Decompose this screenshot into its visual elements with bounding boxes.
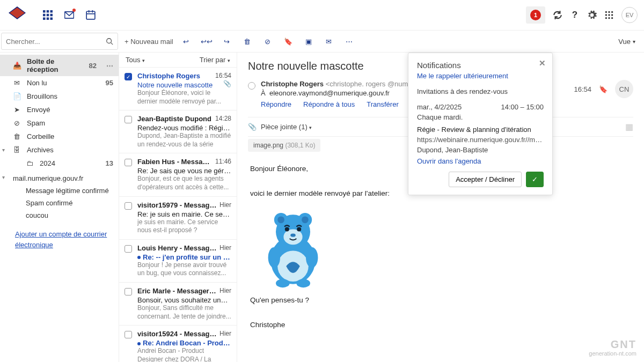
mail-icon[interactable] [64, 10, 74, 20]
svg-rect-10 [86, 11, 95, 19]
trash-icon: 🗑 [13, 132, 20, 141]
svg-rect-3 [43, 14, 46, 17]
svg-point-33 [285, 227, 289, 231]
folder-trash[interactable]: 🗑 Corbeille [0, 130, 119, 143]
compose-button[interactable]: + Nouveau mail [125, 38, 173, 46]
svg-point-35 [290, 233, 296, 237]
message-checkbox[interactable] [125, 287, 133, 321]
message-item[interactable]: visitor15924 - Messagerie ...Hier Re: An… [119, 326, 237, 362]
tag-spam[interactable]: Spam confirmé [0, 197, 119, 209]
message-item[interactable]: Fabien Hus - Messagerie ...11:46 Re: Je … [119, 153, 237, 196]
notif-count-badge: 1 [530, 10, 541, 20]
accept-decline-button[interactable]: Accepter / Décliner [449, 172, 522, 187]
tag-legit[interactable]: Message légitime confirmé [0, 184, 119, 197]
svg-point-19 [611, 14, 613, 16]
folder-2024[interactable]: 🗀 2024 13 [0, 157, 119, 170]
select-circle[interactable] [248, 82, 255, 90]
doc-icon: 📄 [13, 92, 20, 100]
spam-icon[interactable]: ⊘ [264, 37, 272, 46]
user-avatar[interactable]: EV [621, 7, 638, 23]
message-checkbox[interactable] [125, 330, 133, 362]
folder-unread[interactable]: ✉ Non lu 95 [0, 76, 119, 90]
message-checkbox[interactable] [125, 115, 133, 149]
archive-icon[interactable]: ▣ [304, 37, 313, 46]
refresh-icon[interactable] [553, 10, 562, 20]
svg-rect-0 [43, 10, 46, 13]
notif-title: Notifications [417, 61, 544, 70]
reply-icon[interactable]: ↩ [182, 37, 191, 46]
search-icon[interactable] [106, 38, 113, 45]
remind-later-link[interactable]: Me le rappeler ultérieurement [417, 72, 544, 80]
forward-icon[interactable]: ↪ [223, 37, 231, 46]
ban-icon: ⊘ [13, 119, 20, 127]
svg-line-24 [111, 43, 113, 45]
folder-archives[interactable]: ▾ 🗄 Archives [0, 143, 119, 157]
svg-point-36 [268, 247, 280, 268]
search-box[interactable] [1, 33, 118, 50]
bookmark-icon[interactable]: 🔖 [284, 37, 292, 46]
message-item[interactable]: Jean-Baptiste Dupond14:28 Rendez-vous mo… [119, 110, 237, 153]
notif-section: Invitations à des rendez-vous [417, 87, 544, 95]
help-icon[interactable]: ? [570, 10, 580, 20]
message-checkbox[interactable] [125, 158, 133, 191]
folder-spam[interactable]: ⊘ Spam [0, 116, 119, 130]
message-item[interactable]: visitor15979 - Messagerie ...Hier Re: je… [119, 197, 237, 240]
chevron-down-icon[interactable]: ▾ [2, 147, 5, 153]
app-logo[interactable] [6, 4, 28, 26]
svg-rect-2 [50, 10, 53, 13]
folder-sent[interactable]: ➤ Envoyé [0, 103, 119, 116]
confirm-button[interactable]: ✓ [526, 172, 544, 187]
svg-point-38 [276, 279, 290, 287]
message-checkbox[interactable] [125, 72, 133, 106]
sort-by[interactable]: Trier par ▾ [200, 56, 230, 64]
reply-all-icon[interactable]: ↩↩ [202, 37, 211, 46]
message-item[interactable]: Eric Marle - Messagerie ...Hier Bonsoir,… [119, 283, 237, 326]
svg-point-21 [608, 17, 610, 19]
more-icon[interactable]: ⋯ [345, 37, 354, 46]
svg-point-30 [277, 216, 284, 223]
read-icon[interactable]: ✉ [325, 37, 333, 46]
folder-menu-icon[interactable]: ⋯ [106, 62, 113, 70]
search-input[interactable] [6, 38, 106, 46]
forward-link[interactable]: Transférer [367, 100, 398, 108]
delete-icon[interactable]: 🗑 [243, 37, 252, 46]
filter-all[interactable]: Tous ▾ [126, 56, 145, 64]
settings-gear-icon[interactable] [587, 10, 597, 20]
folder-inbox[interactable]: 📥 Boîte de réception 82 ⋯ [0, 55, 119, 76]
svg-point-23 [107, 39, 112, 43]
attachment-chip[interactable]: image.png (308,1 Ko) [248, 139, 320, 152]
chevron-down-icon: ▾ [142, 58, 145, 63]
message-checkbox[interactable] [125, 201, 133, 235]
open-in-calendar-link[interactable]: Ouvrir dans l'agenda [417, 157, 544, 165]
attachment-label[interactable]: Pièce jointe (1) ▾ [261, 123, 312, 131]
svg-point-31 [302, 216, 309, 223]
apps-grid-icon[interactable] [43, 10, 53, 20]
reply-all-link[interactable]: Répondre à tous [303, 100, 355, 108]
layout-grid-icon[interactable]: ▦ [625, 122, 633, 132]
svg-point-15 [608, 11, 610, 13]
svg-point-17 [605, 14, 607, 16]
chevron-down-icon[interactable]: ▾ [2, 174, 5, 180]
message-item[interactable]: Christophe Rogers16:54 Notre nouvelle ma… [119, 68, 237, 110]
attachment-icon: 📎 [223, 80, 231, 89]
archive-icon: 🗄 [13, 146, 20, 154]
reply-link[interactable]: Répondre [261, 100, 291, 108]
svg-point-20 [605, 17, 607, 19]
module-icon[interactable] [604, 10, 614, 20]
folder-drafts[interactable]: 📄 Brouillons [0, 90, 119, 103]
chevron-down-icon: ▾ [228, 58, 230, 63]
tag-coucou[interactable]: coucou [0, 209, 119, 221]
close-icon[interactable]: ✕ [539, 58, 546, 68]
bookmark-icon[interactable]: 🔖 [599, 85, 608, 93]
svg-point-22 [611, 17, 613, 19]
notifications-button[interactable]: 1 [526, 6, 545, 24]
svg-rect-6 [43, 18, 46, 20]
calendar-icon[interactable] [86, 10, 96, 20]
message-item[interactable]: Louis Henry - Messageri...Hier Re: -- j'… [119, 240, 237, 283]
message-checkbox[interactable] [125, 244, 133, 278]
event-organizer: Dupond, Jean-Baptiste [417, 146, 544, 154]
account-section[interactable]: ▾ mail.numerique.gouv.fr [0, 170, 119, 184]
add-account-link[interactable]: Ajouter un compte de courrier électroniq… [0, 221, 119, 252]
event-url[interactable]: https://webinaire.numerique.gouv.fr//mee… [417, 136, 544, 144]
view-toggle[interactable]: Vue ▾ [618, 31, 635, 52]
